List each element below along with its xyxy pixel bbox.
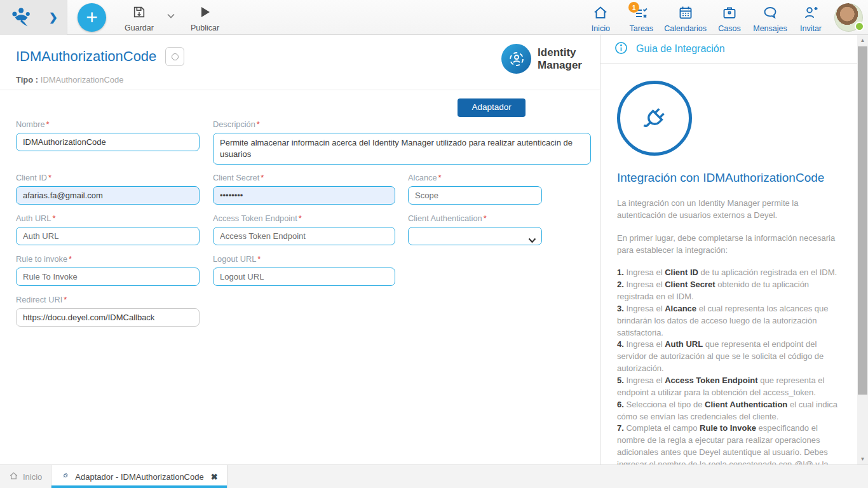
top-navigation: Inicio 1 Tareas Calendarios bbox=[583, 3, 829, 33]
chat-bubble-icon bbox=[762, 5, 778, 23]
field-client-authentication: Client Authentication* bbox=[408, 214, 542, 245]
access-token-endpoint-label: Access Token Endpoint* bbox=[213, 214, 395, 223]
close-tab-icon[interactable]: ✖ bbox=[211, 472, 218, 482]
guide-header: Guia de Integración bbox=[600, 35, 868, 64]
plug-circle-icon bbox=[617, 81, 692, 156]
scrollbar-thumb[interactable] bbox=[858, 46, 867, 395]
header-divider bbox=[0, 90, 600, 90]
home-icon bbox=[592, 5, 609, 23]
info-icon bbox=[614, 41, 628, 57]
scroll-down-arrow-icon[interactable]: ▼ bbox=[857, 454, 868, 464]
nav-label: Invitar bbox=[800, 24, 822, 33]
alcance-input[interactable] bbox=[408, 186, 542, 205]
guide-intro-2: En primer lugar, debe completarse la inf… bbox=[617, 233, 844, 257]
nav-label: Inicio bbox=[592, 24, 610, 33]
guide-heading: Integración con IDMAuthorizationCode bbox=[617, 171, 844, 185]
publish-button[interactable]: Publicar bbox=[191, 5, 219, 32]
save-button[interactable]: Guardar bbox=[125, 5, 154, 32]
type-value: IDMAuthorizationCode bbox=[41, 75, 124, 85]
field-alcance: Alcance* bbox=[408, 173, 542, 205]
field-rule-to-invoke: Rule to invoke* bbox=[16, 254, 200, 286]
redirect-uri-input[interactable] bbox=[16, 308, 200, 327]
logout-url-input[interactable] bbox=[213, 268, 395, 286]
status-toggle-button[interactable] bbox=[165, 47, 184, 66]
home-icon-small bbox=[9, 471, 18, 482]
access-token-endpoint-input[interactable] bbox=[213, 227, 395, 245]
nav-item-tareas[interactable]: 1 Tareas bbox=[623, 3, 659, 33]
bottom-tab-inicio-label: Inicio bbox=[23, 472, 42, 482]
field-client-id: Client ID* bbox=[16, 173, 200, 205]
save-options-chevron-icon[interactable] bbox=[167, 10, 175, 21]
nav-item-inicio[interactable]: Inicio bbox=[583, 3, 618, 33]
new-button[interactable]: + bbox=[78, 3, 106, 32]
nav-item-mensajes[interactable]: Mensajes bbox=[752, 3, 788, 33]
app-logo-block: ❯ bbox=[0, 0, 67, 35]
guide-step: 1. Ingresa el Client ID de tu aplicación… bbox=[617, 267, 844, 279]
client-secret-label: Client Secret* bbox=[213, 173, 395, 182]
field-auth-url: Auth URL* bbox=[16, 214, 200, 245]
scroll-up-arrow-icon[interactable]: ▲ bbox=[857, 35, 868, 46]
guide-header-title: Guia de Integración bbox=[636, 43, 725, 55]
auth-url-label: Auth URL* bbox=[16, 214, 200, 223]
descripcion-textarea[interactable]: Permite almacenar informacin acerca del … bbox=[213, 133, 591, 165]
guide-step: 7. Completa el campo Rule to Invoke espe… bbox=[617, 423, 844, 464]
nav-item-invitar[interactable]: Invitar bbox=[793, 3, 829, 33]
redirect-uri-label: Redirect URI* bbox=[16, 295, 200, 304]
identity-manager-icon bbox=[501, 44, 531, 74]
field-descripcion: Descripción* Permite almacenar informaci… bbox=[213, 119, 591, 167]
calendar-icon bbox=[677, 5, 694, 23]
nav-item-calendarios[interactable]: Calendarios bbox=[664, 3, 707, 33]
field-logout-url: Logout URL* bbox=[213, 254, 395, 286]
guide-step: 4. Ingresa el Auth URL que representa el… bbox=[617, 339, 844, 375]
user-avatar[interactable] bbox=[834, 3, 863, 32]
bottom-tab-adaptador[interactable]: Adaptador - IDMAuthorizationCode ✖ bbox=[51, 465, 227, 488]
online-status-dot bbox=[855, 22, 864, 31]
rule-to-invoke-input[interactable] bbox=[16, 268, 200, 286]
bottom-tab-adaptador-label: Adaptador - IDMAuthorizationCode bbox=[75, 472, 203, 482]
type-row: Tipo : IDMAuthorizationCode bbox=[16, 75, 124, 85]
tab-permisos[interactable]: Permisos bbox=[524, 98, 590, 117]
guide-body: Integración con IDMAuthorizationCode La … bbox=[600, 64, 857, 464]
briefcase-icon bbox=[721, 5, 738, 23]
client-secret-input[interactable] bbox=[213, 186, 395, 205]
save-label: Guardar bbox=[125, 24, 154, 32]
bottom-tab-inicio[interactable]: Inicio bbox=[0, 465, 51, 488]
save-icon bbox=[132, 5, 146, 22]
guide-step: 5. Ingresa el Access Token Endpoint que … bbox=[617, 375, 844, 399]
status-circle-icon bbox=[172, 53, 179, 60]
guide-scrollbar[interactable]: ▲ ▼ bbox=[857, 35, 868, 464]
client-id-label: Client ID* bbox=[16, 173, 200, 182]
guide-step: 3. Ingresa el Alcance el cual representa… bbox=[617, 303, 844, 339]
field-redirect-uri: Redirect URI* bbox=[16, 295, 200, 327]
bottom-tab-bar: Inicio Adaptador - IDMAuthorizationCode … bbox=[0, 464, 868, 488]
adapter-plug-icon-small bbox=[60, 471, 71, 482]
adapter-form-panel: IDMAuthorizationCode Tipo : IDMAuthoriza… bbox=[0, 35, 600, 464]
auth-url-input[interactable] bbox=[16, 227, 200, 245]
publish-play-icon bbox=[199, 5, 212, 22]
integration-guide-panel: Guia de Integración Integración con IDMA… bbox=[600, 35, 868, 464]
guide-step: 6. Selecciona el tipo de Client Authenti… bbox=[617, 399, 844, 423]
nombre-input[interactable] bbox=[16, 133, 200, 151]
client-authentication-select[interactable] bbox=[408, 227, 542, 245]
tab-adaptador[interactable]: Adaptador bbox=[458, 98, 525, 117]
field-client-secret: Client Secret* bbox=[213, 173, 395, 205]
publish-label: Publicar bbox=[191, 24, 219, 32]
identity-manager-wordmark: Identity Manager bbox=[538, 46, 582, 71]
client-authentication-label: Client Authentication* bbox=[408, 214, 542, 223]
field-access-token-endpoint: Access Token Endpoint* bbox=[213, 214, 395, 245]
logout-url-label: Logout URL* bbox=[213, 254, 395, 264]
expand-menu-chevron-icon[interactable]: ❯ bbox=[49, 11, 58, 24]
guide-intro-1: La integración con un Identity Manager p… bbox=[617, 198, 844, 222]
guide-step: 2. Ingresa el Client Secret obtenido de … bbox=[617, 279, 844, 303]
person-add-icon bbox=[803, 5, 819, 23]
alcance-label: Alcance* bbox=[408, 173, 542, 182]
client-id-input[interactable] bbox=[16, 186, 200, 205]
identity-manager-logo: Identity Manager bbox=[501, 44, 582, 74]
type-label: Tipo : bbox=[16, 75, 38, 85]
nav-label: Casos bbox=[718, 24, 740, 33]
nav-item-casos[interactable]: Casos bbox=[712, 3, 747, 33]
rule-to-invoke-label: Rule to invoke* bbox=[16, 254, 200, 264]
page-title: IDMAuthorizationCode bbox=[16, 48, 156, 65]
nombre-label: Nombre* bbox=[16, 119, 200, 129]
deyel-logo-icon[interactable] bbox=[10, 7, 33, 29]
